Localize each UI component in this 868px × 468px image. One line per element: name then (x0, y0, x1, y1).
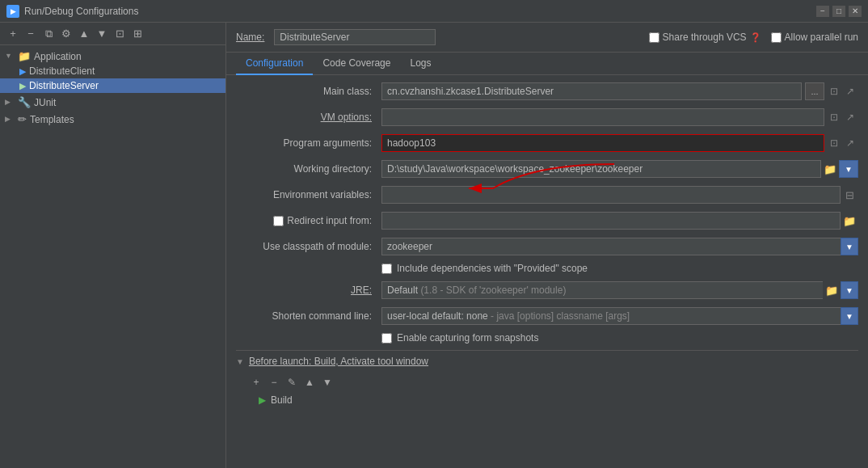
redirect-input-input[interactable] (381, 212, 841, 230)
program-args-row: Program arguments: ⊡ ↗ (236, 133, 858, 153)
share-vcs-checkbox[interactable] (649, 32, 659, 43)
share-vcs-checkbox-label[interactable]: Share through VCS ❓ (649, 32, 761, 43)
working-dir-folder-button[interactable]: 📁 (821, 160, 839, 178)
move-down-button[interactable]: ▼ (94, 26, 110, 42)
tab-logs[interactable]: Logs (400, 53, 440, 75)
junit-expand-icon: ▶ (5, 98, 15, 108)
env-vars-input[interactable] (381, 186, 841, 204)
jre-dropdown-button[interactable]: ▼ (841, 281, 858, 299)
classpath-module-select[interactable]: zookeeper (381, 238, 841, 255)
share-vcs-help-icon: ❓ (750, 32, 761, 43)
program-args-expand2-button[interactable]: ↗ (842, 135, 858, 151)
program-args-input-wrapper (381, 134, 824, 152)
tab-code-coverage[interactable]: Code Coverage (313, 53, 400, 75)
add-button[interactable]: + (5, 26, 21, 42)
main-class-input[interactable] (381, 82, 802, 100)
before-launch-arrow-icon[interactable]: ▼ (236, 357, 244, 366)
include-deps-label[interactable]: Include dependencies with "Provided" sco… (381, 263, 588, 274)
jre-label: JRE: (236, 285, 381, 296)
left-panel: + − ⧉ ⚙ ▲ ▼ ⊡ ⊞ ▼ 📁 Application ▶ Distri… (0, 23, 226, 468)
templates-label: Templates (30, 114, 74, 125)
shorten-cmd-label: Shorten command line: (236, 310, 381, 322)
allow-parallel-label: Allow parallel run (785, 32, 858, 43)
jre-detail: (1.8 - SDK of 'zookeeper' module) (420, 285, 566, 296)
panel-content-wrapper: Main class: ... ⊡ ↗ VM options: ⊡ ↗ (226, 75, 868, 468)
program-args-expand-button[interactable]: ⊡ (826, 135, 842, 151)
distribute-server-item[interactable]: ▶ DistributeServer (0, 78, 225, 93)
window-controls: − □ ✕ (816, 6, 862, 17)
classpath-module-label: Use classpath of module: (236, 241, 381, 252)
tab-configuration[interactable]: Configuration (236, 53, 313, 75)
maximize-button[interactable]: □ (832, 6, 845, 17)
vm-options-row: VM options: ⊡ ↗ (236, 108, 858, 127)
templates-section-header[interactable]: ▶ ✏ Templates (0, 112, 225, 127)
main-class-expand-button[interactable]: ⊡ (826, 83, 842, 99)
redirect-input-browse-button[interactable]: 📁 (841, 212, 858, 230)
jre-value: Default (387, 285, 418, 296)
main-class-expand2-button[interactable]: ↗ (842, 83, 858, 99)
templates-folder-icon: ✏ (18, 113, 27, 125)
shorten-cmd-dropdown-button[interactable]: ▼ (841, 307, 858, 325)
application-label: Application (34, 51, 82, 62)
main-class-label: Main class: (236, 86, 381, 97)
sort-button[interactable]: ⊡ (112, 26, 128, 42)
application-section-header[interactable]: ▼ 📁 Application (0, 48, 225, 64)
include-deps-row: Include dependencies with "Provided" sco… (236, 263, 858, 274)
include-deps-checkbox[interactable] (381, 264, 392, 274)
classpath-module-select-wrapper: zookeeper ▼ (381, 238, 858, 255)
program-args-input[interactable] (381, 134, 824, 152)
main-class-input-wrapper: ... (381, 82, 824, 100)
vm-options-expand2-button[interactable]: ↗ (842, 109, 858, 125)
enable-capturing-label[interactable]: Enable capturing form snapshots (381, 332, 538, 344)
redirect-input-checkbox[interactable] (273, 216, 284, 226)
before-launch-edit-button[interactable]: ✎ (284, 375, 299, 390)
tabs-row: Configuration Code Coverage Logs (226, 53, 868, 75)
name-right: Share through VCS ❓ Allow parallel run (649, 32, 858, 43)
name-input[interactable] (274, 29, 436, 45)
close-button[interactable]: ✕ (849, 6, 862, 17)
program-args-label: Program arguments: (236, 137, 381, 149)
jre-select-wrapper: Default (1.8 - SDK of 'zookeeper' module… (381, 281, 858, 299)
minimize-button[interactable]: − (816, 6, 829, 17)
junit-section-header[interactable]: ▶ 🔧 JUnit (0, 95, 225, 110)
working-dir-input[interactable] (381, 160, 821, 178)
main-class-browse-button[interactable]: ... (805, 82, 824, 100)
content-area: Main class: ... ⊡ ↗ VM options: ⊡ ↗ (226, 75, 868, 468)
shorten-cmd-select-wrapper: user-local default: none - java [options… (381, 307, 858, 325)
classpath-module-dropdown-button[interactable]: ▼ (841, 238, 858, 255)
shorten-cmd-value: user-local default: none (387, 310, 488, 322)
main-class-row: Main class: ... ⊡ ↗ (236, 82, 858, 101)
allow-parallel-checkbox[interactable] (771, 32, 782, 43)
working-dir-dropdown-button[interactable]: ▼ (839, 160, 858, 178)
distribute-server-label: DistributeServer (29, 80, 99, 91)
remove-button[interactable]: − (23, 26, 39, 42)
vm-options-input[interactable] (381, 108, 824, 126)
before-launch-up-button[interactable]: ▲ (302, 375, 317, 390)
expand-button[interactable]: ⊞ (129, 26, 145, 42)
enable-capturing-checkbox[interactable] (381, 333, 392, 344)
jre-row: JRE: Default (1.8 - SDK of 'zookeeper' m… (236, 280, 858, 300)
env-vars-input-wrapper (381, 186, 841, 204)
classpath-module-row: Use classpath of module: zookeeper ▼ (236, 237, 858, 256)
build-label: Build (271, 394, 293, 406)
vm-options-label: VM options: (236, 112, 381, 123)
env-vars-browse-button[interactable]: ⊟ (841, 186, 858, 204)
allow-parallel-checkbox-label[interactable]: Allow parallel run (771, 32, 858, 43)
app-icon: ▶ (6, 5, 19, 18)
before-launch-down-button[interactable]: ▼ (320, 375, 335, 390)
copy-button[interactable]: ⧉ (40, 26, 57, 42)
vm-options-expand-button[interactable]: ⊡ (826, 109, 842, 125)
redirect-input-row: Redirect input from: 📁 (236, 211, 858, 230)
before-launch-remove-button[interactable]: − (267, 375, 281, 390)
run-config-selected-icon: ▶ (19, 81, 26, 91)
main-container: + − ⧉ ⚙ ▲ ▼ ⊡ ⊞ ▼ 📁 Application ▶ Distri… (0, 23, 868, 468)
before-launch-label: Before launch: Build, Activate tool wind… (249, 356, 428, 367)
move-up-button[interactable]: ▲ (76, 26, 92, 42)
redirect-input-input-wrapper (381, 212, 841, 230)
jre-folder-button[interactable]: 📁 (823, 281, 841, 299)
distribute-client-item[interactable]: ▶ DistributeClient (0, 64, 225, 78)
settings-button[interactable]: ⚙ (58, 26, 74, 42)
before-launch-add-button[interactable]: + (249, 375, 263, 390)
templates-expand-icon: ▶ (5, 115, 15, 124)
application-section: ▼ 📁 Application ▶ DistributeClient ▶ Dis… (0, 48, 225, 93)
